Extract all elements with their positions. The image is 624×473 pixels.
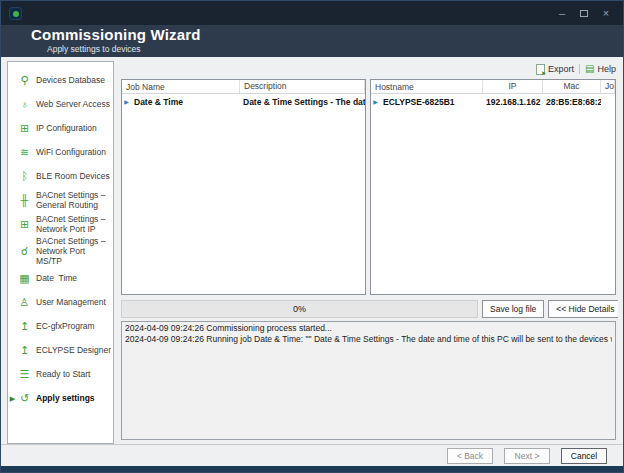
titlebar: – × [1, 1, 623, 25]
bacnet-network-port-ip-icon: ⊞ [17, 219, 32, 230]
mac-cell: 28:B5:E8:68:25... [543, 97, 601, 107]
web-server-access-icon: ♁ [17, 99, 32, 110]
sidebar-item-label: BACnet Settings – Network Port IP [36, 214, 111, 234]
active-step-marker-icon: ▶ [8, 395, 17, 403]
sidebar-item-web-server-access[interactable]: ♁ Web Server Access [8, 92, 113, 116]
column-header-ip[interactable]: IP [483, 80, 543, 93]
toolbar-divider [579, 64, 580, 74]
sidebar-item-ec-gfxprogram[interactable]: ↥ EC-gfxProgram [8, 315, 113, 339]
export-icon [536, 64, 545, 75]
date-time-icon: ▦ [17, 273, 32, 284]
save-log-file-button[interactable]: Save log file [482, 300, 544, 318]
help-button[interactable]: ▤ Help [585, 64, 616, 74]
eclypse-designer-upload-icon: ↥ [17, 345, 32, 356]
content-area: Export ▤ Help Job Name Description [114, 61, 618, 444]
sidebar-item-label: ECLYPSE Designer [36, 345, 111, 355]
apply-settings-icon: ↺ [17, 393, 32, 404]
maximize-icon [580, 10, 588, 17]
user-management-icon: ♙ [17, 297, 32, 308]
commissioning-log: 2024-04-09 09:24:26 Commissioning proces… [121, 321, 616, 440]
sidebar-item-apply-settings[interactable]: ▶ ↺ Apply settings [8, 387, 113, 411]
sidebar-item-label: BACnet Settings – Network Port MS/TP [36, 236, 111, 267]
next-button[interactable]: Next > [504, 448, 550, 464]
sidebar-item-label: Devices Database [36, 75, 111, 85]
log-line: 2024-04-09 09:24:26 Running job Date & T… [125, 334, 612, 345]
close-button[interactable]: × [595, 4, 617, 22]
bacnet-general-routing-icon: ╫ [17, 195, 32, 206]
sidebar-item-ip-configuration[interactable]: ⊞ IP Configuration [8, 116, 113, 140]
sidebar-item-label: Date Time [36, 273, 111, 283]
devices-table-header: Hostname IP Mac Job Status [371, 80, 615, 94]
table-row[interactable]: ▶ ECLYPSE-6825B1 192.168.1.162 28:B5:E8:… [371, 94, 615, 109]
sidebar-item-label: Web Server Access [36, 99, 111, 109]
sidebar-item-label: Ready to Start [36, 369, 111, 379]
sidebar-item-eclypse-designer[interactable]: ↥ ECLYPSE Designer [8, 339, 113, 363]
ready-to-start-icon: ☰ [17, 369, 32, 380]
job-description-cell: Date & Time Settings - The date and ti..… [240, 97, 365, 107]
commissioning-progress-bar: 0% [121, 300, 478, 318]
jobs-table-header: Job Name Description [122, 80, 365, 94]
job-name-cell: Date & Time [131, 97, 186, 107]
devices-database-icon: ⚲ [17, 75, 32, 86]
devices-table: Hostname IP Mac Job Status ▶ ECLYPSE-682… [370, 79, 616, 295]
ble-room-devices-icon: ᛒ [17, 171, 32, 182]
sidebar-item-label: EC-gfxProgram [36, 321, 111, 331]
sidebar-item-ready-to-start[interactable]: ☰ Ready to Start [8, 363, 113, 387]
minimize-icon: – [559, 8, 565, 19]
commissioning-wizard-window: – × Commissioning Wizard Apply settings … [0, 0, 624, 473]
row-expand-icon[interactable]: ▶ [371, 98, 380, 105]
wizard-header: Commissioning Wizard Apply settings to d… [1, 25, 623, 57]
sidebar-item-devices-database[interactable]: ⚲ Devices Database [8, 68, 113, 92]
sidebar-item-label: WiFi Configuration [36, 147, 111, 157]
jobs-table: Job Name Description ▶ Date & Time Date … [121, 79, 366, 295]
app-icon [9, 7, 22, 20]
close-icon: × [603, 8, 609, 19]
log-line: 2024-04-09 09:24:26 Commissioning proces… [125, 323, 612, 334]
sidebar-item-user-management[interactable]: ♙ User Management [8, 291, 113, 315]
column-header-job-status[interactable]: Job Status [601, 80, 615, 93]
help-icon: ▤ [585, 64, 594, 74]
page-subtitle: Apply settings to devices [1, 44, 623, 54]
export-label: Export [548, 64, 574, 74]
sidebar-item-label: BACnet Settings – General Routing [36, 190, 111, 210]
column-header-job-name[interactable]: Job Name [122, 80, 240, 93]
back-button[interactable]: < Back [447, 448, 493, 464]
sidebar-item-date-time[interactable]: ▦ Date Time [8, 267, 113, 291]
column-header-mac[interactable]: Mac [543, 80, 601, 93]
ec-gfxprogram-upload-icon: ↥ [17, 321, 32, 332]
wizard-footer: < Back Next > Cancel [1, 444, 623, 466]
wifi-configuration-icon: ≋ [17, 147, 32, 158]
bacnet-network-port-mstp-icon: ☌ [17, 246, 32, 257]
window-bottom-edge [1, 466, 623, 472]
page-title: Commissioning Wizard [1, 26, 623, 43]
sidebar-item-label: Apply settings [36, 393, 111, 403]
ip-configuration-icon: ⊞ [17, 123, 32, 134]
column-header-description[interactable]: Description [240, 80, 365, 93]
maximize-button[interactable] [573, 4, 595, 22]
hostname-cell: ECLYPSE-6825B1 [380, 97, 458, 107]
minimize-button[interactable]: – [551, 4, 573, 22]
sidebar-item-label: IP Configuration [36, 123, 111, 133]
progress-row: 0% Save log file << Hide Details [121, 300, 616, 318]
ip-cell: 192.168.1.162 [483, 97, 543, 107]
sidebar-item-label: BLE Room Devices [36, 171, 111, 181]
sidebar-item-bacnet-network-port-ip[interactable]: ⊞ BACnet Settings – Network Port IP [8, 212, 113, 236]
sidebar-item-wifi-configuration[interactable]: ≋ WiFi Configuration [8, 140, 113, 164]
export-button[interactable]: Export [536, 64, 574, 75]
row-expand-icon[interactable]: ▶ [122, 98, 131, 105]
table-row[interactable]: ▶ Date & Time Date & Time Settings - The… [122, 94, 365, 109]
sidebar-item-label: User Management [36, 297, 111, 307]
column-header-hostname[interactable]: Hostname [371, 80, 483, 93]
sidebar-item-ble-room-devices[interactable]: ᛒ BLE Room Devices [8, 164, 113, 188]
sidebar-item-bacnet-general-routing[interactable]: ╫ BACnet Settings – General Routing [8, 188, 113, 212]
wizard-steps-sidebar: ⚲ Devices Database ♁ Web Server Access ⊞… [7, 61, 114, 444]
body: ⚲ Devices Database ♁ Web Server Access ⊞… [1, 57, 623, 444]
toolbar: Export ▤ Help [121, 61, 616, 77]
help-label: Help [597, 64, 616, 74]
sidebar-item-bacnet-network-port-mstp[interactable]: ☌ BACnet Settings – Network Port MS/TP [8, 236, 113, 267]
hide-details-button[interactable]: << Hide Details [548, 300, 618, 318]
tables-region: Job Name Description ▶ Date & Time Date … [121, 79, 616, 295]
cancel-button[interactable]: Cancel [561, 448, 607, 464]
